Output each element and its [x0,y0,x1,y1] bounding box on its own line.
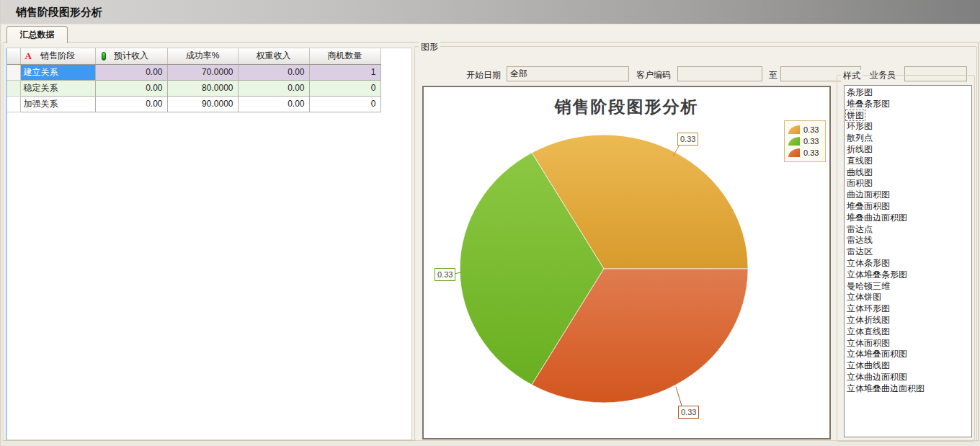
style-list-item[interactable]: 立体环形图 [846,303,971,315]
legend-swatch-icon [788,137,800,146]
style-list-item-label: 堆叠面积图 [846,201,891,211]
style-group-label: 样式 [841,70,863,82]
start-date-input[interactable] [507,66,629,81]
style-list-item-label: 堆叠条形图 [846,99,891,109]
style-list-item-label: 雷达区 [846,246,873,257]
style-list-item-label: 环形图 [846,121,873,131]
style-list-item-label: 散列点 [846,133,873,143]
style-list-item[interactable]: 立体面积图 [846,338,971,349]
to-label: 至 [769,69,778,81]
style-list-item-label: 曲边面积图 [846,189,891,200]
style-list[interactable]: 条形图堆叠条形图饼图环形图散列点折线图直线图曲线图面积图曲边面积图堆叠面积图堆叠… [844,85,972,437]
style-list-item[interactable]: 饼图 [846,110,971,122]
cell-stage[interactable]: 建立关系 [20,64,95,80]
cell-success-rate[interactable]: 80.0000 [167,80,238,96]
row-indicator[interactable] [7,80,20,96]
legend-value: 0.33 [803,125,819,134]
style-list-item-label: 立体条形图 [846,258,891,268]
cell-expected[interactable]: 0.00 [95,96,167,112]
style-list-item[interactable]: 环形图 [846,121,971,133]
style-list-item[interactable]: 立体条形图 [846,258,971,269]
style-list-item-label: 立体直线图 [846,326,891,336]
summary-table-panel: A 销售阶段 预计收入 成功率% 权重收入 商机数量 [6,48,412,440]
tab-strip: 汇总数据 [1,25,980,43]
style-list-item-label: 饼图 [846,110,865,120]
style-list-item-label: 立体饼图 [846,292,882,302]
style-list-item[interactable]: 条形图 [846,87,971,99]
column-header-label: 商机数量 [328,50,362,61]
legend-entry: 0.33 [788,124,821,135]
style-list-item[interactable]: 立体折线图 [846,315,971,326]
cell-count[interactable]: 1 [309,64,380,80]
column-header-label: 权重收入 [257,50,291,61]
style-list-item[interactable]: 堆叠曲边面积图 [846,213,971,224]
window-title-bar: 销售阶段图形分析 [1,0,980,24]
sales-stage-table: A 销售阶段 预计收入 成功率% 权重收入 商机数量 [7,48,381,112]
legend-value: 0.33 [803,148,819,157]
style-list-item-label: 面积图 [846,178,873,188]
table-row[interactable]: 建立关系 0.00 70.0000 0.00 1 [7,64,380,80]
slice-value-label: 0.33 [678,406,699,419]
slice-value-label: 0.33 [677,133,698,146]
row-indicator[interactable] [7,96,20,112]
column-header-weighted[interactable]: 权重收入 [238,48,309,64]
style-list-item[interactable]: 面积图 [846,178,971,189]
tab-summary-data[interactable]: 汇总数据 [6,26,68,43]
column-header-stage[interactable]: A 销售阶段 [20,48,95,64]
style-list-item-label: 折线图 [846,144,873,154]
style-list-item[interactable]: 雷达区 [846,246,971,258]
style-list-item-label: 雷达点 [846,224,873,234]
legend-entry: 0.33 [788,135,821,147]
table-row[interactable]: 稳定关系 0.00 80.0000 0.00 0 [7,80,380,96]
style-list-item[interactable]: 立体饼图 [846,292,971,303]
style-list-item[interactable]: 曼哈顿三维 [846,281,971,293]
text-type-icon: A [25,50,32,62]
style-list-item[interactable]: 堆叠面积图 [846,201,971,213]
style-list-item-label: 立体曲边面积图 [846,372,908,382]
cell-stage[interactable]: 稳定关系 [20,80,95,96]
style-list-item-label: 堆叠曲边面积图 [846,213,908,223]
style-list-item-label: 立体环形图 [846,303,891,313]
column-header-success-rate[interactable]: 成功率% [167,48,238,64]
column-header-count[interactable]: 商机数量 [309,48,380,64]
style-list-item[interactable]: 直线图 [846,156,971,167]
chart-legend: 0.33 0.33 0.33 [784,120,826,162]
label-connector-3 [676,387,682,406]
style-list-item-label: 条形图 [846,87,873,97]
style-list-item[interactable]: 立体曲线图 [846,360,971,372]
style-list-item[interactable]: 曲边面积图 [846,189,971,201]
style-list-item[interactable]: 立体堆叠面积图 [846,349,971,360]
cell-success-rate[interactable]: 70.0000 [167,64,238,80]
start-date-label: 开始日期 [466,69,501,81]
tab-page: A 销售阶段 预计收入 成功率% 权重收入 商机数量 [3,42,979,441]
style-list-item[interactable]: 立体直线图 [846,326,971,338]
table-row[interactable]: 加强关系 0.00 90.0000 0.00 0 [7,96,380,112]
number-type-icon [102,52,106,61]
cell-success-rate[interactable]: 90.0000 [167,96,238,112]
style-list-item[interactable]: 雷达线 [846,235,971,246]
style-list-item[interactable]: 曲线图 [846,167,971,179]
style-list-item[interactable]: 立体堆叠曲边面积图 [846,383,971,395]
cell-expected[interactable]: 0.00 [95,80,167,96]
chart-area: 销售阶段图形分析 [422,86,831,440]
style-list-item-label: 立体堆叠条形图 [846,269,908,280]
graph-group-box: 图形 开始日期 客户编码 至 业务员 销售阶段图形分析 [414,46,977,441]
column-header-expected[interactable]: 预计收入 [95,48,167,64]
cell-weighted[interactable]: 0.00 [238,80,309,96]
cell-weighted[interactable]: 0.00 [238,64,309,80]
style-list-item[interactable]: 折线图 [846,144,971,156]
cell-count[interactable]: 0 [309,80,380,96]
legend-entry: 0.33 [788,147,821,159]
cell-expected[interactable]: 0.00 [95,64,167,80]
customer-code-input[interactable] [677,66,762,81]
style-list-item[interactable]: 雷达点 [846,224,971,236]
cell-weighted[interactable]: 0.00 [238,96,309,112]
style-list-item[interactable]: 堆叠条形图 [846,99,971,110]
style-list-item[interactable]: 立体堆叠条形图 [846,269,971,281]
row-indicator[interactable] [7,64,20,80]
cell-stage[interactable]: 加强关系 [20,96,95,112]
cell-count[interactable]: 0 [309,96,380,112]
style-list-item[interactable]: 立体曲边面积图 [846,372,971,383]
legend-swatch-icon [788,125,800,134]
style-list-item[interactable]: 散列点 [846,133,971,144]
